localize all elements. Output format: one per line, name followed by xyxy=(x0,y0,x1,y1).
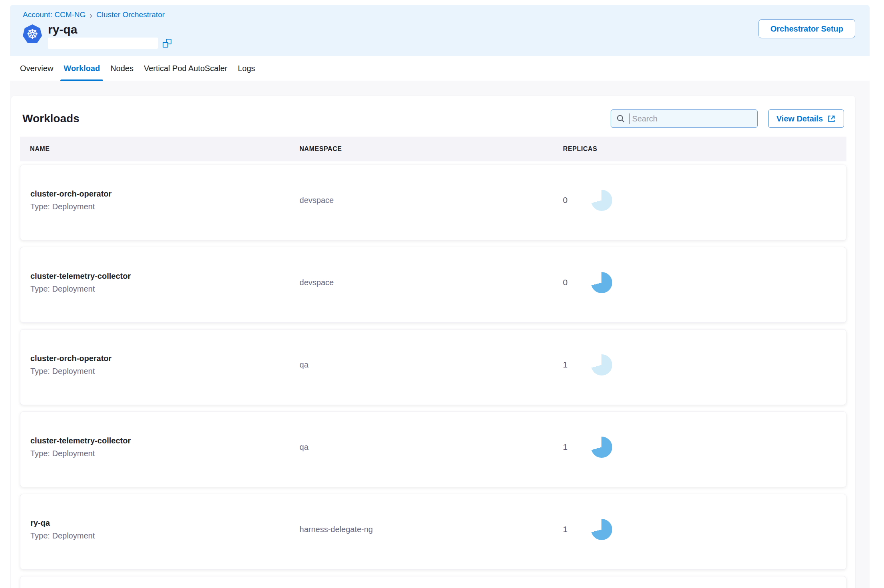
workload-namespace: harness-delegate-ng xyxy=(290,525,553,534)
workload-namespace: qa xyxy=(290,443,553,452)
workload-type: Type: Deployment xyxy=(30,202,290,211)
copy-icon[interactable] xyxy=(163,39,171,48)
replicas-pie-chart xyxy=(591,272,612,293)
app-container: Account: CCM-NG › Cluster Orchestrator ☸… xyxy=(10,5,870,588)
workload-namespace: devspace xyxy=(290,196,553,205)
replicas-pie-chart xyxy=(591,190,612,211)
workload-name: ry-qa xyxy=(30,518,290,528)
workload-namespace: devspace xyxy=(290,278,553,287)
workload-name: cluster-orch-operator xyxy=(30,189,290,199)
table-header-row: NAME NAMESPACE REPLICAS xyxy=(20,137,846,161)
text-caret xyxy=(629,113,630,124)
tab-bar: OverviewWorkloadNodesVertical Pod AutoSc… xyxy=(10,56,870,81)
cluster-header: Account: CCM-NG › Cluster Orchestrator ☸… xyxy=(10,5,870,56)
view-details-button[interactable]: View Details xyxy=(768,109,844,128)
tab-workload[interactable]: Workload xyxy=(60,56,103,81)
replicas-count: 0 xyxy=(563,278,569,287)
table-row[interactable]: cluster-orch-operator Type: Deployment q… xyxy=(20,329,846,405)
table-row[interactable]: cluster-telemetry-collector Type: Deploy… xyxy=(20,247,846,323)
column-header-namespace: NAMESPACE xyxy=(289,145,553,153)
tab-vertical-pod-autoscaler[interactable]: Vertical Pod AutoScaler xyxy=(141,56,231,81)
workloads-card: Workloads View Details xyxy=(11,96,855,588)
replicas-count: 0 xyxy=(563,195,569,205)
external-link-icon xyxy=(827,115,836,123)
table-row[interactable]: cluster-orch-operator Type: Deployment d… xyxy=(20,165,846,240)
search-icon xyxy=(616,114,625,123)
tab-overview[interactable]: Overview xyxy=(17,56,56,81)
table-row[interactable]: ry-qa Type: Deployment harness-delegate-… xyxy=(20,494,846,570)
cluster-title-block: ☸ ry-qa xyxy=(23,24,855,49)
page-body: Workloads View Details xyxy=(10,81,870,588)
search-box[interactable] xyxy=(611,109,758,128)
page-title: ry-qa xyxy=(48,24,171,36)
replicas-pie-chart xyxy=(591,519,612,540)
table-row[interactable]: cluster-telemetry-collector Type: Deploy… xyxy=(20,411,846,487)
workload-name: cluster-telemetry-collector xyxy=(30,272,290,281)
orchestrator-setup-button[interactable]: Orchestrator Setup xyxy=(759,19,855,38)
workloads-title: Workloads xyxy=(22,112,80,125)
replicas-pie-chart xyxy=(591,354,612,375)
replicas-count: 1 xyxy=(563,360,569,369)
cluster-id-field xyxy=(48,38,158,49)
column-header-name: NAME xyxy=(20,145,289,153)
replicas-count: 1 xyxy=(563,442,569,452)
kubernetes-logo-icon: ☸ xyxy=(23,24,42,44)
tab-nodes[interactable]: Nodes xyxy=(107,56,137,81)
replicas-count: 1 xyxy=(563,524,569,534)
breadcrumb-page-link[interactable]: Cluster Orchestrator xyxy=(96,10,165,19)
breadcrumb-chevron-icon: › xyxy=(90,11,92,19)
workload-type: Type: Deployment xyxy=(30,449,290,458)
breadcrumb-account-link[interactable]: Account: CCM-NG xyxy=(23,10,86,19)
workload-name: cluster-telemetry-collector xyxy=(30,436,290,445)
breadcrumb: Account: CCM-NG › Cluster Orchestrator xyxy=(23,10,855,19)
workload-type: Type: Deployment xyxy=(30,367,290,376)
table-row-partial[interactable] xyxy=(20,576,846,588)
replicas-pie-chart xyxy=(591,437,612,458)
workload-namespace: qa xyxy=(290,360,553,369)
workload-name: cluster-orch-operator xyxy=(30,354,290,363)
workload-type: Type: Deployment xyxy=(30,531,290,540)
column-header-replicas: REPLICAS xyxy=(553,145,846,153)
tab-logs[interactable]: Logs xyxy=(235,56,258,81)
workload-type: Type: Deployment xyxy=(30,284,290,294)
table-body: cluster-orch-operator Type: Deployment d… xyxy=(20,165,846,570)
search-input[interactable] xyxy=(631,114,753,124)
